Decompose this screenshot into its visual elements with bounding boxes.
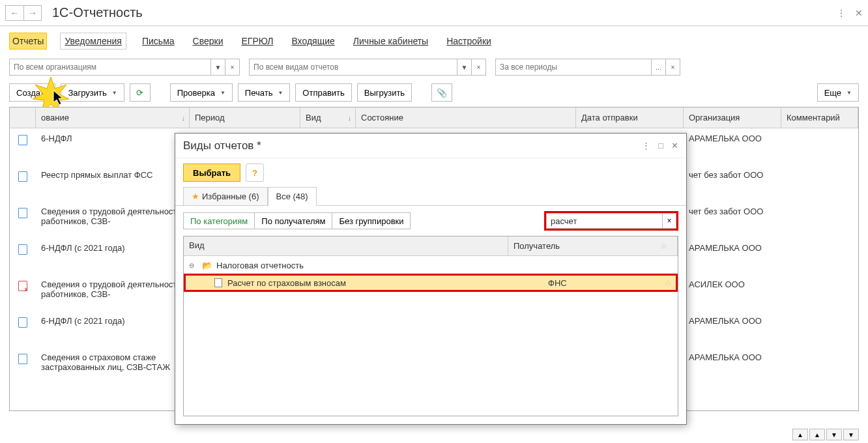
col-type[interactable]: Вид↓ [300,107,356,128]
col-period[interactable]: Период [190,107,300,128]
type-filter-clear[interactable]: × [472,59,486,76]
row-org: чет без забот ООО [684,207,781,216]
seg-no-group[interactable]: Без группировки [332,212,411,229]
dialog-grid-header: Вид Получатель☆ [184,236,678,256]
seg-by-category[interactable]: По категориям [183,212,255,229]
tab-all[interactable]: Все (48) [268,187,317,206]
dialog-grid: Вид Получатель☆ ⊖ 📂 Налоговая отчетность… [183,236,678,416]
star-column-icon: ☆ [660,241,668,251]
row-org: АСИЛЕК ООО [684,279,781,289]
tab-reports[interactable]: Отчеты [9,33,47,50]
document-icon [214,278,222,287]
star-icon: ★ [192,192,199,201]
document-icon [18,208,27,218]
tab-favorites[interactable]: ★Избранные (6) [183,187,268,205]
attach-button[interactable]: 📎 [431,83,452,102]
row-org: чет без забот ООО [684,170,781,180]
tab-reconciliation[interactable]: Сверки [190,33,226,49]
search-highlight: × [544,211,678,231]
nav-back-button[interactable]: ← [5,5,23,21]
tree-item-recipient: ФНС [517,278,660,288]
report-types-dialog: Виды отчетов * ⋮ □ ✕ Выбрать ? ★Избранны… [175,133,687,425]
dialog-col-type[interactable]: Вид [184,236,508,255]
more-button[interactable]: Еще▼ [817,83,859,102]
tab-cabinets[interactable]: Личные кабинеты [351,33,431,49]
dialog-menu-icon[interactable]: ⋮ [642,141,650,150]
row-org: АРАМЕЛЬКА ООО [684,316,781,326]
row-name: 6-НДФЛ (с 2021 года) [36,316,190,326]
seg-by-recipient[interactable]: По получателям [255,212,332,229]
scroll-top-button[interactable]: ▲ [792,429,808,440]
tree-collapse-icon[interactable]: ⊖ [189,262,198,269]
scroll-down-button[interactable]: ▼ [826,429,842,440]
select-button[interactable]: Выбрать [183,164,240,182]
period-filter-input[interactable] [495,59,652,76]
document-icon [18,354,27,364]
type-filter-input[interactable] [249,59,457,76]
document-icon [18,171,27,182]
nav-forward-button[interactable]: → [23,5,42,21]
col-icon[interactable] [10,107,36,128]
dialog-col-recipient[interactable]: Получатель☆ [508,236,678,255]
document-icon [18,317,27,328]
dialog-maximize-icon[interactable]: □ [658,141,663,150]
tab-settings[interactable]: Настройки [444,33,494,49]
close-icon[interactable]: ✕ [855,8,863,18]
main-tabs: Отчеты Уведомления Письма Сверки ЕГРЮЛ В… [0,26,868,56]
row-org: АРАМЕЛЬКА ООО [684,243,781,253]
org-filter-clear[interactable]: × [225,59,240,76]
type-filter-dropdown[interactable]: ▼ [457,59,472,76]
scroll-bottom-button[interactable]: ▼ [843,429,859,440]
row-name: 6-НДФЛ (с 2021 года) [36,243,190,253]
search-input[interactable] [546,213,662,229]
check-button[interactable]: Проверка▼ [170,83,233,102]
tab-egrul[interactable]: ЕГРЮЛ [239,33,276,49]
row-org: АРАМЕЛЬКА ООО [684,134,781,143]
scroll-up-button[interactable]: ▲ [809,429,825,440]
document-icon [18,244,27,255]
row-name: Сведения о трудовой деятельности работни… [36,207,190,226]
document-icon [18,135,27,145]
dialog-close-icon[interactable]: ✕ [671,141,678,150]
col-org[interactable]: Организация [684,107,781,128]
grid-header: ование↓ Период Вид↓ Состояние Дата отпра… [10,107,858,128]
toolbar: Создать Загрузить▼ ⟳ Проверка▼ Печать▼ О… [0,78,868,107]
dialog-filter-row: По категориям По получателям Без группир… [175,206,686,236]
org-filter-input[interactable] [9,59,211,76]
col-name[interactable]: ование↓ [36,107,190,128]
folder-label: Налоговая отчетность [216,261,304,270]
menu-icon[interactable]: ⋮ [837,8,846,18]
refresh-button[interactable]: ⟳ [130,83,151,102]
send-button[interactable]: Отправить [295,83,351,102]
dialog-grid-body[interactable]: ⊖ 📂 Налоговая отчетность Расчет по страх… [184,256,678,416]
period-filter-clear[interactable]: × [666,59,680,76]
row-name: Реестр прямых выплат ФСС [36,170,190,180]
tab-notifications[interactable]: Уведомления [60,33,126,50]
col-comment[interactable]: Комментарий [781,107,858,128]
tree-item-selected[interactable]: Расчет по страховым взносам ФНС ☆ [184,274,678,292]
tab-letters[interactable]: Письма [139,33,177,49]
tree-folder-row[interactable]: ⊖ 📂 Налоговая отчетность [184,256,678,274]
folder-icon: 📂 [202,261,212,270]
row-org: АРАМЕЛЬКА ООО [684,352,781,362]
period-filter-expand[interactable]: … [652,59,666,76]
help-button[interactable]: ? [246,164,264,182]
row-name: Сведения о трудовой деятельности работни… [36,279,190,299]
favorite-star-icon[interactable]: ☆ [660,278,672,288]
org-filter-dropdown[interactable]: ▼ [211,59,225,76]
col-date[interactable]: Дата отправки [576,107,684,128]
tree-item-name: Расчет по страховым взносам [227,278,346,288]
dialog-tabs: ★Избранные (6) Все (48) [175,187,686,206]
title-bar: ← → 1С-Отчетность ⋮ ✕ [0,0,868,26]
filter-row: ▼ × ▼ × … × [0,56,868,78]
load-button[interactable]: Загрузить▼ [61,83,124,102]
tab-incoming[interactable]: Входящие [289,33,337,49]
dialog-title: Виды отчетов * [183,139,261,152]
print-button[interactable]: Печать▼ [238,83,291,102]
scroll-controls: ▲ ▲ ▼ ▼ [792,429,859,440]
search-clear-button[interactable]: × [662,213,676,229]
app-title: 1С-Отчетность [52,5,143,20]
export-button[interactable]: Выгрузить [357,83,412,102]
create-button[interactable]: Создать [9,83,55,102]
col-status[interactable]: Состояние [356,107,576,128]
